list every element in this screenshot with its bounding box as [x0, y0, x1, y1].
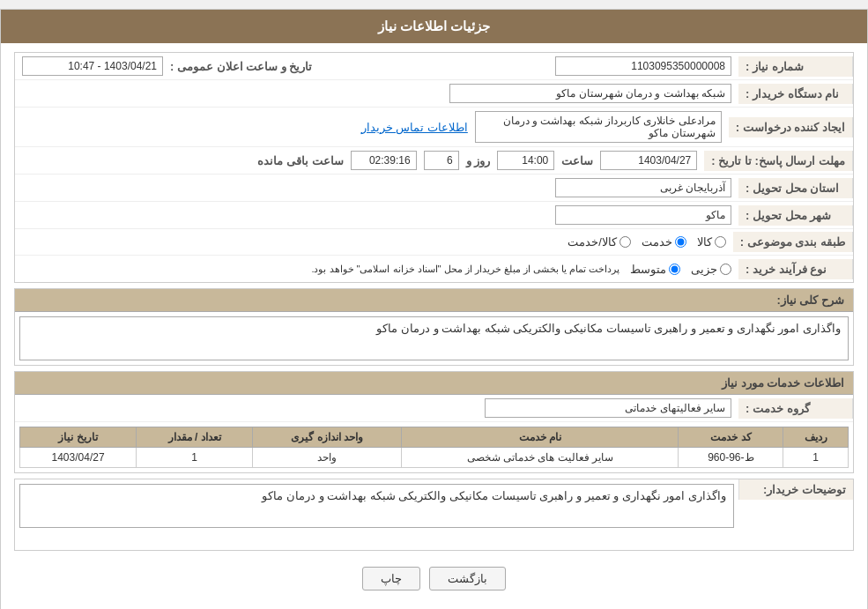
delivery-province-row: استان محل تحویل : آذربایجان غربی: [15, 175, 853, 202]
subject-radio-khedmat-label: خدمت: [642, 235, 672, 249]
need-number-label: شماره نیاز :: [738, 56, 853, 77]
remaining-label: ساعت باقی مانده: [257, 154, 343, 167]
need-number-row: شماره نیاز : 1103095350000008 تاریخ و سا…: [15, 53, 853, 80]
buyer-org-row: نام دستگاه خریدار : شبکه بهداشت و درمان …: [15, 80, 853, 108]
subject-radio-kala-label: کالا: [697, 235, 712, 249]
service-group-label: گروه خدمت :: [738, 398, 853, 419]
announcement-container: تاریخ و ساعت اعلان عمومی : 1403/04/21 - …: [15, 53, 319, 79]
general-description-block: شرح کلی نیاز: واگذاری امور نگهداری و تعم…: [14, 288, 854, 366]
col-service-code: کد خدمت: [679, 427, 783, 448]
remaining-time-field: 02:39:16: [351, 151, 417, 170]
col-service-name: نام خدمت: [402, 427, 679, 448]
services-table-container: ردیف کد خدمت نام خدمت واحد اندازه گیری ت…: [15, 422, 853, 472]
contact-link[interactable]: اطلاعات تماس خریدار: [361, 121, 468, 134]
table-cell: سایر فعالیت های خدماتی شخصی: [402, 448, 679, 468]
print-button[interactable]: چاپ: [362, 567, 420, 590]
services-header: اطلاعات خدمات مورد نیاز: [15, 372, 853, 395]
back-button[interactable]: بازگشت: [429, 567, 506, 590]
response-time-label: ساعت: [561, 154, 593, 167]
purchase-type-row: نوع فرآیند خرید : جزیی متوسط: [15, 256, 853, 282]
buyer-notes-block: توضیحات خریدار: واگذاری امور نگهداری و ت…: [14, 479, 854, 551]
col-date: تاریخ نیاز: [20, 427, 137, 448]
buyer-org-value: شبکه بهداشت و درمان شهرستان ماکو: [15, 80, 738, 107]
table-row: 1ط-96-960سایر فعالیت های خدماتی شخصیواحد…: [20, 448, 849, 468]
buyer-notes-label: توضیحات خریدار:: [738, 479, 853, 500]
subject-radio-kala-input[interactable]: [715, 236, 726, 248]
purchase-radio-motavasset-input[interactable]: [669, 264, 680, 275]
response-deadline-values: 1403/04/27 ساعت 14:00 روز و 6 02:39:16 س…: [15, 147, 704, 174]
service-group-field: سایر فعالیتهای خدماتی: [485, 398, 731, 418]
requester-row: ایجاد کننده درخواست : مرادعلی خانلاری کا…: [15, 108, 853, 147]
subject-radio-khedmat-input[interactable]: [675, 236, 686, 248]
col-rownum: ردیف: [783, 427, 849, 448]
purchase-radio-jozi: جزیی: [691, 263, 731, 276]
response-deadline-label: مهلت ارسال پاسخ: تا تاریخ :: [704, 151, 853, 171]
subject-row: طبقه بندی موضوعی : کالا خدمت: [15, 229, 853, 256]
content-area: شماره نیاز : 1103095350000008 تاریخ و سا…: [1, 43, 867, 609]
main-info-block: شماره نیاز : 1103095350000008 تاریخ و سا…: [14, 52, 854, 283]
response-days-field: 6: [424, 151, 459, 170]
delivery-city-field: ماکو: [555, 205, 731, 225]
purchase-radio-motavasset-label: متوسط: [630, 263, 666, 276]
response-date-field: 1403/04/27: [600, 151, 697, 170]
response-deadline-row: مهلت ارسال پاسخ: تا تاریخ : 1403/04/27 س…: [15, 147, 853, 175]
need-number-field: 1103095350000008: [555, 56, 731, 76]
subject-radio-khedmat: خدمت: [642, 235, 686, 249]
delivery-province-value: آذربایجان غربی: [15, 175, 738, 201]
col-unit: واحد اندازه گیری: [253, 427, 402, 448]
button-group: بازگشت چاپ: [14, 556, 854, 601]
subject-label: طبقه بندی موضوعی :: [733, 232, 853, 252]
col-quantity: تعداد / مقدار: [137, 427, 253, 448]
buyer-org-field: شبکه بهداشت و درمان شهرستان ماکو: [449, 84, 731, 103]
subject-radio-kala-khedmat-input[interactable]: [619, 236, 631, 248]
subject-radio-kala-khedmat: کالا/خدمت: [568, 235, 631, 249]
delivery-province-label: استان محل تحویل :: [738, 178, 853, 198]
purchase-radio-motavasset: متوسط: [630, 263, 680, 276]
services-block: اطلاعات خدمات مورد نیاز گروه خدمت : سایر…: [14, 371, 854, 473]
requester-value-container: مرادعلی خانلاری کاربرداز شبکه بهداشت و د…: [15, 108, 729, 146]
subject-value: کالا خدمت کالا/خدمت: [15, 232, 733, 252]
response-day-label: روز و: [466, 154, 491, 167]
purchase-type-value: جزیی متوسط پرداخت تمام یا بخشی از مبلغ خ…: [15, 259, 738, 279]
general-description-row: واگذاری امور نگهداری و تعمیر و راهبری تا…: [15, 312, 853, 365]
delivery-city-label: شهر محل تحویل :: [738, 205, 853, 226]
delivery-city-row: شهر محل تحویل : ماکو: [15, 202, 853, 229]
announcement-label: تاریخ و ساعت اعلان عمومی :: [170, 60, 312, 73]
purchase-type-container: جزیی متوسط پرداخت تمام یا بخشی از مبلغ خ…: [22, 263, 731, 276]
buyer-notes-row: توضیحات خریدار: واگذاری امور نگهداری و ت…: [15, 479, 853, 550]
need-number-value: 1103095350000008: [319, 53, 738, 79]
purchase-type-label: نوع فرآیند خرید :: [738, 259, 853, 279]
table-cell: واحد: [253, 448, 402, 468]
services-table: ردیف کد خدمت نام خدمت واحد اندازه گیری ت…: [19, 427, 849, 468]
delivery-province-field: آذربایجان غربی: [555, 178, 731, 197]
general-description-header: شرح کلی نیاز:: [15, 289, 853, 312]
table-cell: ط-96-960: [679, 448, 783, 468]
delivery-city-value: ماکو: [15, 202, 738, 228]
purchase-note: پرداخت تمام یا بخشی از مبلغ خریدار از مح…: [311, 264, 619, 275]
purchase-radio-jozi-input[interactable]: [720, 264, 731, 275]
table-cell: 1: [137, 448, 253, 468]
purchase-radio-group: جزیی متوسط: [630, 263, 731, 276]
services-table-header: ردیف کد خدمت نام خدمت واحد اندازه گیری ت…: [20, 427, 849, 448]
services-table-header-row: ردیف کد خدمت نام خدمت واحد اندازه گیری ت…: [20, 427, 849, 448]
page-wrapper: جزئیات اطلاعات نیاز شماره نیاز : 1103095…: [0, 9, 868, 609]
table-cell: 1403/04/27: [20, 448, 137, 468]
service-group-value: سایر فعالیتهای خدماتی: [15, 395, 738, 421]
buyer-notes-value: واگذاری امور نگهداری و تعمیر و راهبری تا…: [19, 484, 734, 528]
purchase-radio-jozi-label: جزیی: [691, 263, 717, 276]
table-cell: 1: [783, 448, 849, 468]
requester-label: ایجاد کننده درخواست :: [729, 117, 853, 137]
page-header: جزئیات اطلاعات نیاز: [1, 10, 867, 43]
services-table-body: 1ط-96-960سایر فعالیت های خدماتی شخصیواحد…: [20, 448, 849, 468]
general-description-value: واگذاری امور نگهداری و تعمیر و راهبری تا…: [19, 316, 849, 360]
announcement-value: 1403/04/21 - 10:47: [22, 56, 163, 76]
requester-field: مرادعلی خانلاری کاربرداز شبکه بهداشت و د…: [475, 111, 722, 143]
subject-radio-kala: کالا: [697, 235, 726, 249]
subject-radio-group: کالا خدمت کالا/خدمت: [22, 235, 726, 249]
service-group-row: گروه خدمت : سایر فعالیتهای خدماتی: [15, 395, 853, 422]
response-time-field: 14:00: [497, 151, 554, 170]
subject-radio-kala-khedmat-label: کالا/خدمت: [568, 235, 617, 249]
buyer-org-label: نام دستگاه خریدار :: [738, 84, 853, 104]
page-title: جزئیات اطلاعات نیاز: [378, 19, 490, 33]
